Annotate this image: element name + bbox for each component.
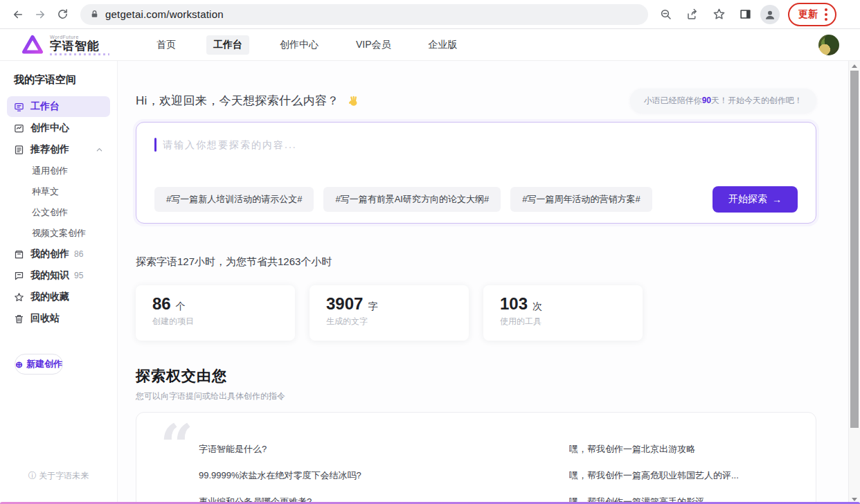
stat-unit: 次: [532, 300, 542, 313]
sidebar-item-label: 创作中心: [30, 122, 69, 134]
sidebar-item-my-knowledge[interactable]: 我的知识 95: [7, 265, 110, 286]
sidebar-item-favorites[interactable]: 我的收藏: [7, 287, 110, 307]
trash-icon: [14, 314, 24, 324]
stat-unit: 字: [368, 300, 377, 313]
brand-name: 字语智能: [50, 40, 109, 52]
sidebar-item-label: 我的创作: [30, 248, 69, 260]
sidebar-item-label: 回收站: [30, 312, 60, 325]
prompt-chip-training-doc[interactable]: #写一篇新人培训活动的请示公文#: [154, 187, 314, 212]
sidebar-section-title: 我的字语空间: [7, 73, 110, 87]
zoom-icon[interactable]: [655, 3, 677, 26]
top-nav: 首页 工作台 创作中心 VIP会员 企业版: [150, 35, 465, 55]
brand-dots: [50, 53, 109, 55]
explore-input-card: #写一篇新人培训活动的请示公文# #写一篇有前景AI研究方向的论文大纲# #写一…: [136, 122, 816, 224]
back-icon[interactable]: [7, 3, 29, 26]
brand-tagline: WordFuture: [50, 35, 109, 39]
my-creations-icon: [14, 249, 24, 260]
side-panel-icon[interactable]: [734, 3, 756, 26]
sidebar-item-label: 我的收藏: [30, 291, 69, 303]
sidebar-item-label: 我的知识: [30, 269, 69, 282]
sidebar-subitem-seeding[interactable]: 种草文: [7, 181, 110, 202]
stat-label: 创建的项目: [152, 316, 278, 327]
prompt-chip-ai-outline[interactable]: #写一篇有前景AI研究方向的论文大纲#: [323, 187, 501, 212]
example-prompt[interactable]: 嘿，帮我创作一篇高危职业韩国艺人的评...: [569, 462, 795, 489]
about-link[interactable]: ⓘ 关于字语未来: [0, 470, 117, 482]
chrome-update-button[interactable]: 更新: [788, 3, 836, 26]
share-icon[interactable]: [681, 3, 704, 26]
nav-tab-creation-center[interactable]: 创作中心: [273, 35, 325, 55]
sidebar-item-creation-center[interactable]: 创作中心: [7, 118, 110, 138]
example-prompt[interactable]: 嘿，帮我创作一篇北京出游攻略: [569, 436, 795, 462]
stat-value: 86: [152, 294, 171, 314]
brand-logo[interactable]: WordFuture 字语智能: [21, 35, 109, 55]
forward-icon[interactable]: [29, 3, 51, 26]
update-label: 更新: [798, 8, 818, 21]
sidebar-subitem-general[interactable]: 通用创作: [7, 161, 110, 181]
url-text: getgetai.com/workstation: [105, 8, 224, 20]
sidebar-item-label: 工作台: [30, 100, 60, 113]
reload-icon[interactable]: [51, 3, 73, 26]
new-creation-label: 新建创作: [26, 358, 62, 370]
banner-prefix: 小语已经陪伴你: [644, 96, 702, 105]
sidebar-item-recommended[interactable]: 推荐创作: [7, 139, 110, 160]
site-header: WordFuture 字语智能 首页 工作台 创作中心 VIP会员 企业版: [0, 29, 860, 61]
scrollbar: [848, 61, 860, 504]
logo-triangle-icon: [21, 35, 44, 55]
sidebar-item-recycle-bin[interactable]: 回收站: [7, 308, 110, 329]
url-bar[interactable]: getgetai.com/workstation: [80, 4, 648, 25]
creation-center-icon: [14, 123, 24, 134]
plus-circle-icon: ⊕: [15, 359, 23, 370]
start-explore-label: 开始探索: [728, 193, 767, 206]
new-creation-button[interactable]: ⊕ 新建创作: [15, 354, 63, 375]
sidebar: 我的字语空间 工作台 创作中心 推荐创作 通用创作 种草文 公文创作 视频文案创…: [0, 61, 118, 504]
chevron-up-icon[interactable]: [96, 146, 103, 154]
arrow-right-icon: →: [772, 194, 782, 205]
nav-tab-workstation[interactable]: 工作台: [206, 35, 249, 55]
info-icon: ⓘ: [28, 471, 37, 480]
greeting-text: Hi，欢迎回来，今天想探索什么内容？: [136, 93, 339, 109]
quote-icon: “: [160, 414, 193, 478]
stat-card-words: 3907 字 生成的文字: [310, 285, 469, 341]
sidebar-subitem-official-doc[interactable]: 公文创作: [7, 202, 110, 223]
main-content: Hi，欢迎回来，今天想探索什么内容？ 小语已经陪伴你90天！开始今天的创作吧！ …: [118, 61, 848, 504]
start-explore-button[interactable]: 开始探索 →: [713, 186, 798, 213]
nav-tab-enterprise[interactable]: 企业版: [422, 35, 465, 55]
sidebar-item-my-creations[interactable]: 我的创作 86: [7, 244, 110, 264]
usage-summary: 探索字语127小时，为您节省共1263个小时: [136, 255, 816, 269]
companion-banner: 小语已经陪伴你90天！开始今天的创作吧！: [630, 89, 816, 113]
sidebar-subitem-video-script[interactable]: 视频文案创作: [7, 223, 110, 244]
bookmark-star-icon[interactable]: [708, 3, 730, 26]
stat-value: 3907: [326, 294, 363, 314]
explore-section-title: 探索权交由您: [136, 366, 816, 386]
sidebar-item-label: 推荐创作: [30, 143, 69, 156]
browser-chrome: getgetai.com/workstation 更新: [0, 0, 860, 29]
browser-profile-icon[interactable]: [760, 5, 780, 24]
my-knowledge-count: 95: [74, 271, 83, 280]
stat-card-projects: 86 个 创建的项目: [136, 285, 295, 341]
stats-row: 86 个 创建的项目 3907 字 生成的文字 103 次 使用的工具: [136, 285, 816, 341]
prompt-chip-marketing-plan[interactable]: #写一篇周年活动的营销方案#: [510, 187, 652, 212]
recommended-icon: [14, 145, 24, 155]
lock-icon: [90, 10, 99, 19]
nav-tab-home[interactable]: 首页: [150, 35, 183, 55]
menu-kebab-icon[interactable]: [823, 7, 829, 22]
example-question[interactable]: 99.9999%浓盐水在绝对零度下会结冰吗?: [199, 462, 569, 489]
favorites-star-icon: [14, 292, 24, 303]
stat-unit: 个: [176, 300, 186, 313]
scroll-up-arrow[interactable]: [849, 61, 860, 71]
explore-input[interactable]: [163, 139, 647, 150]
about-label: 关于字语未来: [39, 471, 89, 480]
banner-suffix: 天！开始今天的创作吧！: [711, 96, 803, 105]
stat-label: 生成的文字: [326, 316, 452, 327]
scrollbar-thumb[interactable]: [850, 71, 859, 428]
user-avatar[interactable]: [818, 35, 839, 55]
sidebar-item-workstation[interactable]: 工作台: [7, 96, 110, 117]
stat-value: 103: [500, 294, 528, 314]
nav-tab-vip[interactable]: VIP会员: [349, 35, 398, 55]
example-question[interactable]: 字语智能是什么?: [199, 436, 569, 462]
explore-section-subtitle: 您可以向字语提问或给出具体创作的指令: [136, 390, 816, 402]
wave-emoji: [347, 95, 359, 107]
workstation-icon: [14, 102, 24, 112]
my-creations-count: 86: [74, 249, 83, 259]
my-knowledge-icon: [14, 271, 24, 281]
